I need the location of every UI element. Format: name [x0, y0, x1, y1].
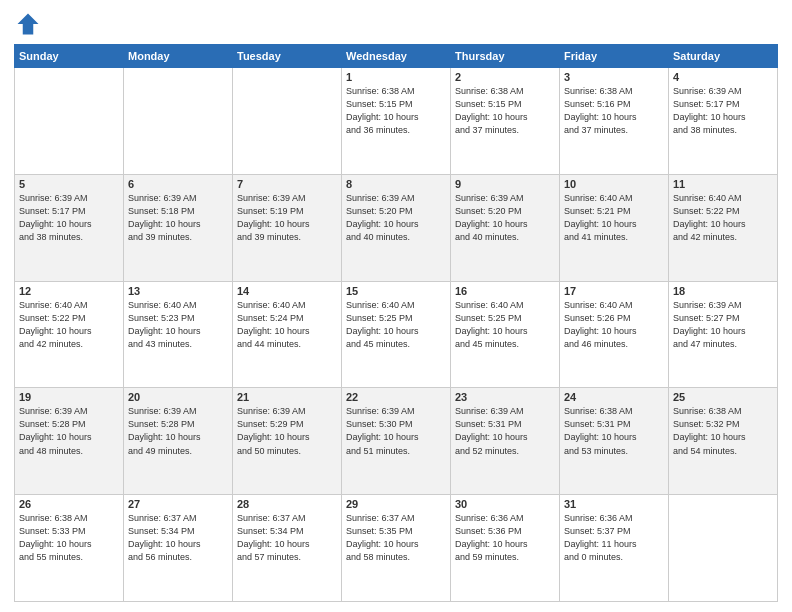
day-number: 31 [564, 498, 664, 510]
day-info: Sunrise: 6:38 AM Sunset: 5:15 PM Dayligh… [346, 85, 446, 137]
day-info: Sunrise: 6:39 AM Sunset: 5:20 PM Dayligh… [346, 192, 446, 244]
calendar-cell: 31Sunrise: 6:36 AM Sunset: 5:37 PM Dayli… [560, 495, 669, 602]
day-number: 5 [19, 178, 119, 190]
calendar-cell: 17Sunrise: 6:40 AM Sunset: 5:26 PM Dayli… [560, 281, 669, 388]
day-number: 19 [19, 391, 119, 403]
calendar-cell: 21Sunrise: 6:39 AM Sunset: 5:29 PM Dayli… [233, 388, 342, 495]
day-of-week-header: Tuesday [233, 45, 342, 68]
calendar-cell: 15Sunrise: 6:40 AM Sunset: 5:25 PM Dayli… [342, 281, 451, 388]
day-number: 9 [455, 178, 555, 190]
day-number: 16 [455, 285, 555, 297]
day-number: 6 [128, 178, 228, 190]
calendar-cell: 7Sunrise: 6:39 AM Sunset: 5:19 PM Daylig… [233, 174, 342, 281]
day-of-week-header: Saturday [669, 45, 778, 68]
calendar-cell: 10Sunrise: 6:40 AM Sunset: 5:21 PM Dayli… [560, 174, 669, 281]
calendar-week-row: 5Sunrise: 6:39 AM Sunset: 5:17 PM Daylig… [15, 174, 778, 281]
day-info: Sunrise: 6:39 AM Sunset: 5:28 PM Dayligh… [128, 405, 228, 457]
calendar-cell: 27Sunrise: 6:37 AM Sunset: 5:34 PM Dayli… [124, 495, 233, 602]
calendar-cell: 19Sunrise: 6:39 AM Sunset: 5:28 PM Dayli… [15, 388, 124, 495]
day-number: 22 [346, 391, 446, 403]
calendar-cell: 8Sunrise: 6:39 AM Sunset: 5:20 PM Daylig… [342, 174, 451, 281]
calendar-cell: 6Sunrise: 6:39 AM Sunset: 5:18 PM Daylig… [124, 174, 233, 281]
page: SundayMondayTuesdayWednesdayThursdayFrid… [0, 0, 792, 612]
day-info: Sunrise: 6:39 AM Sunset: 5:17 PM Dayligh… [673, 85, 773, 137]
day-info: Sunrise: 6:39 AM Sunset: 5:20 PM Dayligh… [455, 192, 555, 244]
calendar-cell: 12Sunrise: 6:40 AM Sunset: 5:22 PM Dayli… [15, 281, 124, 388]
calendar-cell: 18Sunrise: 6:39 AM Sunset: 5:27 PM Dayli… [669, 281, 778, 388]
day-number: 29 [346, 498, 446, 510]
day-info: Sunrise: 6:39 AM Sunset: 5:17 PM Dayligh… [19, 192, 119, 244]
calendar-cell: 1Sunrise: 6:38 AM Sunset: 5:15 PM Daylig… [342, 68, 451, 175]
day-info: Sunrise: 6:39 AM Sunset: 5:31 PM Dayligh… [455, 405, 555, 457]
calendar-cell: 23Sunrise: 6:39 AM Sunset: 5:31 PM Dayli… [451, 388, 560, 495]
calendar-cell: 5Sunrise: 6:39 AM Sunset: 5:17 PM Daylig… [15, 174, 124, 281]
day-info: Sunrise: 6:38 AM Sunset: 5:15 PM Dayligh… [455, 85, 555, 137]
day-of-week-header: Wednesday [342, 45, 451, 68]
calendar-cell: 30Sunrise: 6:36 AM Sunset: 5:36 PM Dayli… [451, 495, 560, 602]
header [14, 10, 778, 38]
day-info: Sunrise: 6:36 AM Sunset: 5:37 PM Dayligh… [564, 512, 664, 564]
calendar-table: SundayMondayTuesdayWednesdayThursdayFrid… [14, 44, 778, 602]
calendar-week-row: 19Sunrise: 6:39 AM Sunset: 5:28 PM Dayli… [15, 388, 778, 495]
day-number: 30 [455, 498, 555, 510]
day-info: Sunrise: 6:39 AM Sunset: 5:18 PM Dayligh… [128, 192, 228, 244]
calendar-cell: 3Sunrise: 6:38 AM Sunset: 5:16 PM Daylig… [560, 68, 669, 175]
day-info: Sunrise: 6:40 AM Sunset: 5:25 PM Dayligh… [455, 299, 555, 351]
calendar-cell [15, 68, 124, 175]
day-info: Sunrise: 6:40 AM Sunset: 5:23 PM Dayligh… [128, 299, 228, 351]
day-number: 4 [673, 71, 773, 83]
day-of-week-header: Friday [560, 45, 669, 68]
calendar-cell: 29Sunrise: 6:37 AM Sunset: 5:35 PM Dayli… [342, 495, 451, 602]
day-number: 24 [564, 391, 664, 403]
day-info: Sunrise: 6:39 AM Sunset: 5:28 PM Dayligh… [19, 405, 119, 457]
calendar-cell [233, 68, 342, 175]
calendar-cell: 26Sunrise: 6:38 AM Sunset: 5:33 PM Dayli… [15, 495, 124, 602]
calendar-cell: 25Sunrise: 6:38 AM Sunset: 5:32 PM Dayli… [669, 388, 778, 495]
day-number: 13 [128, 285, 228, 297]
day-number: 20 [128, 391, 228, 403]
calendar-cell: 9Sunrise: 6:39 AM Sunset: 5:20 PM Daylig… [451, 174, 560, 281]
svg-marker-0 [18, 14, 39, 35]
day-number: 2 [455, 71, 555, 83]
day-number: 21 [237, 391, 337, 403]
calendar-cell: 16Sunrise: 6:40 AM Sunset: 5:25 PM Dayli… [451, 281, 560, 388]
day-info: Sunrise: 6:38 AM Sunset: 5:31 PM Dayligh… [564, 405, 664, 457]
day-number: 27 [128, 498, 228, 510]
calendar-cell: 22Sunrise: 6:39 AM Sunset: 5:30 PM Dayli… [342, 388, 451, 495]
day-info: Sunrise: 6:38 AM Sunset: 5:16 PM Dayligh… [564, 85, 664, 137]
day-number: 7 [237, 178, 337, 190]
calendar-cell: 4Sunrise: 6:39 AM Sunset: 5:17 PM Daylig… [669, 68, 778, 175]
calendar-cell: 24Sunrise: 6:38 AM Sunset: 5:31 PM Dayli… [560, 388, 669, 495]
day-info: Sunrise: 6:40 AM Sunset: 5:24 PM Dayligh… [237, 299, 337, 351]
day-number: 12 [19, 285, 119, 297]
calendar-cell: 13Sunrise: 6:40 AM Sunset: 5:23 PM Dayli… [124, 281, 233, 388]
day-of-week-header: Sunday [15, 45, 124, 68]
day-number: 3 [564, 71, 664, 83]
logo-icon [14, 10, 42, 38]
day-info: Sunrise: 6:37 AM Sunset: 5:35 PM Dayligh… [346, 512, 446, 564]
calendar-cell: 14Sunrise: 6:40 AM Sunset: 5:24 PM Dayli… [233, 281, 342, 388]
day-number: 1 [346, 71, 446, 83]
calendar-header-row: SundayMondayTuesdayWednesdayThursdayFrid… [15, 45, 778, 68]
calendar-week-row: 26Sunrise: 6:38 AM Sunset: 5:33 PM Dayli… [15, 495, 778, 602]
day-info: Sunrise: 6:39 AM Sunset: 5:19 PM Dayligh… [237, 192, 337, 244]
calendar-cell: 2Sunrise: 6:38 AM Sunset: 5:15 PM Daylig… [451, 68, 560, 175]
day-number: 14 [237, 285, 337, 297]
day-number: 11 [673, 178, 773, 190]
day-info: Sunrise: 6:39 AM Sunset: 5:30 PM Dayligh… [346, 405, 446, 457]
day-info: Sunrise: 6:40 AM Sunset: 5:22 PM Dayligh… [673, 192, 773, 244]
day-info: Sunrise: 6:40 AM Sunset: 5:21 PM Dayligh… [564, 192, 664, 244]
calendar-cell [669, 495, 778, 602]
day-info: Sunrise: 6:36 AM Sunset: 5:36 PM Dayligh… [455, 512, 555, 564]
day-info: Sunrise: 6:38 AM Sunset: 5:32 PM Dayligh… [673, 405, 773, 457]
day-of-week-header: Thursday [451, 45, 560, 68]
day-info: Sunrise: 6:40 AM Sunset: 5:26 PM Dayligh… [564, 299, 664, 351]
day-number: 8 [346, 178, 446, 190]
logo [14, 10, 46, 38]
day-info: Sunrise: 6:40 AM Sunset: 5:22 PM Dayligh… [19, 299, 119, 351]
day-info: Sunrise: 6:37 AM Sunset: 5:34 PM Dayligh… [128, 512, 228, 564]
day-number: 26 [19, 498, 119, 510]
calendar-cell: 20Sunrise: 6:39 AM Sunset: 5:28 PM Dayli… [124, 388, 233, 495]
day-number: 25 [673, 391, 773, 403]
calendar-week-row: 12Sunrise: 6:40 AM Sunset: 5:22 PM Dayli… [15, 281, 778, 388]
